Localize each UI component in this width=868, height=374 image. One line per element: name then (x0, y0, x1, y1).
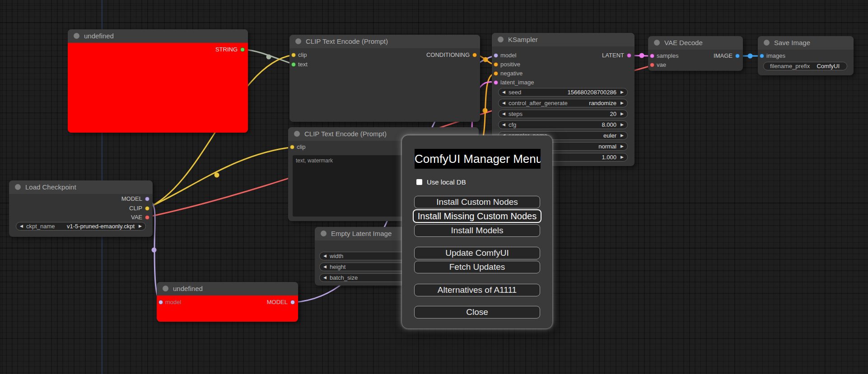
decrement-arrow-icon[interactable]: ◀ (502, 99, 505, 107)
input-port-negative[interactable] (494, 71, 498, 76)
link-string-to-text (244, 50, 293, 64)
widget-ckpt_name[interactable]: ◀ckpt_namev1-5-pruned-emaonly.ckpt▶ (16, 222, 146, 231)
increment-arrow-icon[interactable]: ▶ (621, 99, 624, 107)
node-collapse-dot[interactable] (294, 131, 300, 137)
node-load-checkpoint[interactable]: Load Checkpoint MODEL CLIP VAE◀ckpt_name… (9, 180, 153, 237)
decrement-arrow-icon[interactable]: ◀ (502, 110, 505, 118)
node-titlebar[interactable]: CLIP Text Encode (Prompt) (289, 35, 480, 48)
alternatives-of-a1111-button[interactable]: Alternatives of A1111 (414, 284, 540, 296)
widget-control_after_generate[interactable]: ◀control_after_generaterandomize▶ (498, 99, 628, 107)
input-label-clip: clip (298, 51, 307, 59)
widget-value: 1.000 (602, 153, 616, 161)
node-titlebar[interactable]: KSampler (492, 33, 635, 46)
increment-arrow-icon[interactable]: ▶ (139, 222, 142, 230)
node-collapse-dot[interactable] (498, 37, 504, 42)
widget-filename_prefix[interactable]: filename_prefixComfyUI (763, 62, 847, 70)
node-collapse-dot[interactable] (295, 38, 301, 44)
output-port-VAE[interactable] (145, 215, 149, 220)
node-collapse-dot[interactable] (15, 184, 21, 190)
graph-canvas[interactable]: undefined STRING CLIP Text Encode (Promp… (0, 0, 868, 374)
decrement-arrow-icon[interactable]: ◀ (502, 121, 505, 129)
decrement-arrow-icon[interactable]: ◀ (323, 263, 327, 271)
node-undefined-bottom[interactable]: undefined model MODEL (157, 282, 298, 322)
increment-arrow-icon[interactable]: ▶ (621, 88, 624, 96)
decrement-arrow-icon[interactable]: ◀ (323, 252, 327, 260)
update-comfyui-button[interactable]: Update ComfyUI (414, 247, 540, 259)
link-midpoint-dot (748, 54, 753, 59)
output-label-CONDITIONING: CONDITIONING (426, 51, 470, 59)
input-label-latent_image: latent_image (500, 79, 534, 86)
output-label-MODEL: MODEL (267, 299, 288, 306)
output-port-CLIP[interactable] (145, 206, 149, 211)
node-titlebar[interactable]: undefined (157, 282, 298, 296)
install-missing-custom-nodes-button[interactable]: Install Missing Custom Nodes (413, 209, 541, 223)
fetch-updates-button[interactable]: Fetch Updates (414, 261, 540, 273)
input-port-samples[interactable] (650, 54, 654, 58)
node-titlebar[interactable]: Load Checkpoint (9, 180, 153, 194)
widget-value: 8.000 (602, 121, 616, 129)
node-collapse-dot[interactable] (764, 40, 770, 46)
node-titlebar[interactable]: undefined (68, 29, 248, 43)
increment-arrow-icon[interactable]: ▶ (621, 132, 624, 139)
output-port-MODEL[interactable] (145, 197, 149, 201)
close-button[interactable]: Close (414, 306, 540, 319)
input-port-model[interactable] (159, 300, 163, 305)
node-collapse-dot[interactable] (74, 33, 79, 39)
input-label-samples: samples (657, 52, 678, 60)
install-models-button[interactable]: Install Models (414, 224, 540, 237)
decrement-arrow-icon[interactable]: ◀ (20, 222, 23, 230)
link-clip-to-clip2 (147, 147, 293, 208)
input-port-clip[interactable] (290, 145, 294, 149)
node-title: Save Image (774, 36, 810, 50)
output-label-STRING: STRING (215, 46, 238, 53)
widget-steps[interactable]: ◀steps20▶ (498, 110, 628, 118)
widget-seed[interactable]: ◀seed156680208700286▶ (498, 88, 628, 97)
decrement-arrow-icon[interactable]: ◀ (323, 274, 327, 282)
widget-label: filename_prefix (770, 62, 810, 70)
node-title: VAE Decode (664, 36, 703, 50)
install-custom-nodes-button[interactable]: Install Custom Nodes (414, 196, 540, 208)
increment-arrow-icon[interactable]: ▶ (621, 121, 624, 129)
node-title: CLIP Text Encode (Prompt) (306, 35, 388, 48)
link-midpoint-dot (152, 248, 157, 253)
input-port-latent_image[interactable] (494, 80, 498, 85)
link-midpoint-dot (215, 173, 219, 178)
node-title: CLIP Text Encode (Prompt) (304, 127, 387, 141)
increment-arrow-icon[interactable]: ▶ (621, 153, 624, 161)
node-error-body (68, 43, 248, 133)
input-label-images: images (766, 52, 785, 60)
output-label-IMAGE: IMAGE (714, 52, 733, 60)
widget-cfg[interactable]: ◀cfg8.000▶ (498, 120, 628, 129)
output-label-MODEL: MODEL (121, 195, 142, 203)
node-undefined-top[interactable]: undefined STRING (68, 29, 248, 133)
input-port-clip[interactable] (291, 53, 296, 57)
widget-label: cfg (509, 121, 516, 129)
input-port-text[interactable] (291, 62, 296, 67)
output-port-IMAGE[interactable] (735, 54, 740, 58)
node-collapse-dot[interactable] (321, 231, 327, 236)
widget-value: ComfyUI (817, 62, 840, 70)
node-collapse-dot[interactable] (163, 286, 168, 291)
output-port-CONDITIONING[interactable] (472, 53, 477, 57)
output-port-STRING[interactable] (240, 47, 245, 52)
input-port-model[interactable] (494, 53, 498, 58)
node-save-image[interactable]: Save Image imagesfilename_prefixComfyUI (758, 36, 854, 75)
node-title: Load Checkpoint (25, 180, 76, 194)
input-port-positive[interactable] (494, 62, 498, 67)
node-clip-text-encode-1[interactable]: CLIP Text Encode (Prompt) clip text COND… (289, 35, 480, 122)
increment-arrow-icon[interactable]: ▶ (621, 110, 624, 118)
node-collapse-dot[interactable] (654, 40, 660, 46)
dialog-buttons: Install Custom Nodes Install Missing Cus… (402, 196, 552, 319)
input-label-clip: clip (297, 143, 306, 151)
output-port-MODEL[interactable] (290, 300, 295, 305)
use-local-db-checkbox[interactable] (416, 179, 422, 185)
increment-arrow-icon[interactable]: ▶ (621, 143, 624, 150)
node-titlebar[interactable]: VAE Decode (648, 36, 743, 50)
widget-value: randomize (589, 99, 616, 107)
decrement-arrow-icon[interactable]: ◀ (502, 88, 505, 96)
input-port-images[interactable] (760, 54, 764, 58)
node-vae-decode[interactable]: VAE Decode samples vae IMAGE (648, 36, 743, 71)
output-port-LATENT[interactable] (627, 53, 631, 58)
node-titlebar[interactable]: Save Image (758, 36, 854, 50)
input-port-vae[interactable] (650, 63, 654, 67)
